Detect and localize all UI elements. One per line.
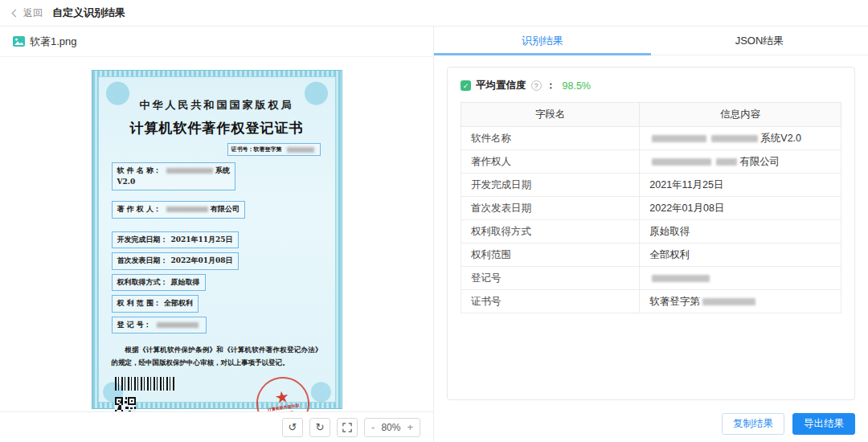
app: 返回 自定义识别结果 软著1.png 中华人民共和国国家版权局 计算机软件著作权… [0,0,868,442]
redacted-text [166,207,208,212]
table-header-content: 信息内容 [640,103,841,127]
result-table: 字段名 信息内容 软件名称系统V2.0著作权人有限公司开发完成日期2021年11… [461,102,841,313]
result-table-body: 软件名称系统V2.0著作权人有限公司开发完成日期2021年11月25日首次发表日… [461,127,841,313]
certificate-number-row: 证书号：软著登字第 [112,143,321,156]
back-label: 返回 [23,6,43,20]
rotate-left-button[interactable]: ↺ [282,418,303,437]
redacted-text [652,158,711,166]
fullscreen-icon [342,423,352,432]
table-row: 登记号 [461,267,841,290]
qr-code [115,397,136,411]
top-header: 返回 自定义识别结果 [0,0,868,27]
image-toolbar: ↺ ↻ - 80% + [0,411,433,442]
value-text: 系统 [215,166,230,174]
value-text: 原始取得 [649,226,690,237]
table-row: 著作权人有限公司 [461,150,841,174]
field-name-cell: 软件名称 [461,127,640,150]
table-row: 开发完成日期2021年11月25日 [461,174,841,197]
redacted-text [716,158,737,166]
barcode [115,377,174,391]
cert-field: 开发完成日期：2021年11月25日 [112,231,239,249]
value-text: 有限公司 [739,156,780,167]
confidence-value: 98.5% [563,80,591,92]
value-text: 软著登字第 [649,296,700,307]
chevron-left-icon [12,9,20,17]
field-name-cell: 权利范围 [461,244,640,267]
zoom-in-button[interactable]: + [407,421,413,433]
redacted-text [287,147,314,153]
image-viewport[interactable]: 中华人民共和国国家版权局 计算机软件著作权登记证书 证书号：软著登字第 软 件 … [0,57,433,411]
field-name-cell: 权利取得方式 [461,220,640,244]
copy-result-button[interactable]: 复制结果 [722,413,784,435]
field-value-cell: 系统V2.0 [640,127,841,150]
back-button[interactable]: 返回 [13,6,43,20]
redacted-text [702,298,755,305]
zoom-level: 80% [381,422,400,433]
cert-field: 权利取得方式：原始取得 [112,274,206,292]
tab-json-result[interactable]: JSON结果 [651,27,868,55]
result-actions: 复制结果 导出结果 [434,410,868,442]
redacted-text [652,135,706,142]
field-value-cell: 有限公司 [640,150,841,174]
field-value-cell: 原始取得 [640,220,841,244]
confidence-row: ✓ 平均置信度 ? ： 98.5% [461,79,841,92]
file-name: 软著1.png [30,35,77,49]
field-value-cell: 2022年01月08日 [640,197,841,220]
right-panel: 识别结果 JSON结果 ✓ 平均置信度 ? ： 98.5% [434,27,868,442]
image-file-icon [13,36,25,47]
cert-field-label: 权 利 范 围： [117,299,161,307]
confidence-colon: ： [547,79,556,92]
certificate-statement: 根据《计算机软件保护条例》和《计算机软件著作权登记办法》的规定，经中国版权保护中… [112,343,322,369]
export-result-button[interactable]: 导出结果 [792,413,855,435]
page-title: 自定义识别结果 [52,6,125,20]
field-name-cell: 登记号 [461,267,640,290]
certificate-codes [115,377,174,411]
cert-field: 软 件 名 称：系统V2.0 [112,162,235,190]
certificate-fields: 软 件 名 称：系统V2.0著 作 权 人：有限公司开发完成日期：2021年11… [112,161,322,334]
tabs: 识别结果 JSON结果 [434,27,868,55]
table-header-row: 字段名 信息内容 [461,103,841,127]
table-header-field: 字段名 [461,103,640,127]
result-panel-body: ✓ 平均置信度 ? ： 98.5% 字段名 信息内容 软件 [434,55,868,410]
field-value-cell: 全部权利 [640,244,841,267]
redacted-text [157,322,199,328]
main: 软著1.png 中华人民共和国国家版权局 计算机软件著作权登记证书 证书号：软著… [0,27,868,442]
value-text: 2021年11月25日 [649,179,723,190]
seal-area: ★ 计算机软件著作权 登记专用章 2022年09月29日 [254,377,313,411]
table-row: 权利范围全部权利 [461,244,841,267]
field-name-cell: 证书号 [461,290,640,313]
cert-field: 权 利 范 围：全部权利 [112,295,199,313]
cert-field-label: 开发完成日期： [117,235,168,244]
value-text: 2022年01月08日 [171,256,233,264]
field-name-cell: 著作权人 [461,150,640,174]
field-value-cell: 软著登字第 [640,290,841,313]
redacted-text [711,135,758,142]
tab-recognition-result[interactable]: 识别结果 [434,27,651,55]
field-value-cell [640,267,841,290]
cert-field-label: 软 件 名 称： [117,166,161,174]
cert-field: 著 作 权 人：有限公司 [112,201,245,219]
certificate-image: 中华人民共和国国家版权局 计算机软件著作权登记证书 证书号：软著登字第 软 件 … [92,70,342,409]
cert-field-label: 登 记 号： [117,321,151,329]
confidence-check-icon: ✓ [461,80,471,91]
file-bar: 软著1.png [0,27,433,57]
left-panel: 软著1.png 中华人民共和国国家版权局 计算机软件著作权登记证书 证书号：软著… [0,27,434,442]
value-text: 2021年11月25日 [171,235,233,244]
redacted-text [166,168,213,174]
rotate-right-button[interactable]: ↻ [309,418,330,437]
value-text: 有限公司 [211,205,240,213]
field-name-cell: 开发完成日期 [461,174,640,197]
value-text: 系统V2.0 [760,133,801,144]
table-row: 证书号软著登字第 [461,290,841,313]
help-icon[interactable]: ? [531,80,542,91]
official-seal-icon: ★ 计算机软件著作权 登记专用章 [253,374,313,411]
zoom-out-button[interactable]: - [371,421,375,433]
certificate-authority: 中华人民共和国国家版权局 [112,98,322,113]
cert-field: 首次发表日期：2022年01月08日 [112,252,239,270]
result-card: ✓ 平均置信度 ? ： 98.5% 字段名 信息内容 软件 [447,67,855,400]
fullscreen-button[interactable] [337,418,358,437]
value-text: V2.0 [117,178,136,186]
value-text: 全部权利 [164,299,193,307]
cert-field-label: 权利取得方式： [117,278,168,286]
certificate-title: 计算机软件著作权登记证书 [112,119,322,137]
